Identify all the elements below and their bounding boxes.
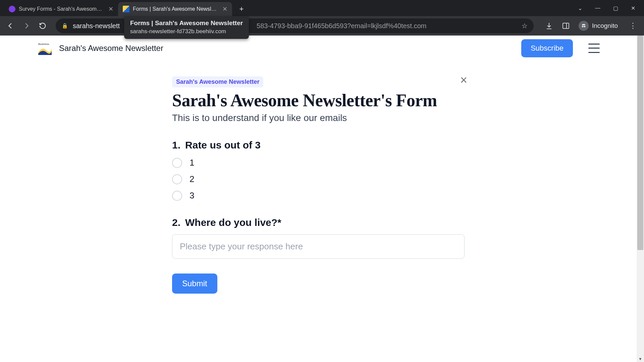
tab-forms-newsletter[interactable]: Forms | Sarah's Awesome Newsl… ✕ [118,2,232,16]
tooltip-title: Forms | Sarah's Awesome Newsletter [130,19,243,27]
radio-icon[interactable] [172,174,182,184]
radio-icon[interactable] [172,191,182,201]
submit-button[interactable]: Submit [172,274,217,294]
response-input[interactable] [172,234,465,259]
downloads-icon[interactable] [545,22,553,30]
url-path: 583-4793-bba9-91f465b6d593?email=lkjlsdf… [257,22,426,30]
question-2: 2. Where do you live?* [172,217,465,259]
option-3[interactable]: 3 [172,190,465,201]
close-window-icon[interactable]: ✕ [631,5,635,11]
scroll-down-icon[interactable]: ▼ [637,357,644,361]
browser-titlebar: Survey Forms - Sarah's Awesom… ✕ Forms |… [0,0,644,16]
survey-form: × Sarah's Awesome Newsletter Sarah's Awe… [171,76,466,294]
back-button[interactable] [5,20,16,32]
browser-toolbar: 🔒 sarahs-newslett 583-4793-bba9-91f465b6… [0,16,644,36]
favicon-icon [123,6,129,12]
incognito-label: Incognito [592,22,618,29]
close-tab-icon[interactable]: ✕ [108,5,113,13]
new-tab-button[interactable]: + [235,3,248,15]
question-text: Rate us out of 3 [185,139,261,151]
url-host: sarahs-newslett [73,22,120,30]
site-header: Business Sarah's Awesome Newsletter Subs… [0,36,637,61]
page-content: Business Sarah's Awesome Newsletter Subs… [0,36,637,362]
reload-button[interactable] [37,20,48,32]
favicon-icon [9,6,15,12]
svg-text:Business: Business [38,43,49,46]
tab-survey-forms[interactable]: Survey Forms - Sarah's Awesom… ✕ [4,2,118,16]
incognito-indicator[interactable]: Incognito [579,21,618,31]
menu-icon[interactable] [588,44,600,53]
option-label: 2 [190,174,194,184]
option-label: 3 [190,190,194,201]
subscribe-button[interactable]: Subscribe [521,39,573,57]
tab-search-icon[interactable]: ⌄ [578,5,582,11]
window-controls: ⌄ ― ▢ ✕ [578,0,644,16]
svg-rect-0 [563,23,569,28]
question-number: 2. [172,217,180,228]
svg-point-2 [584,26,586,27]
side-panel-icon[interactable] [562,22,570,30]
option-2[interactable]: 2 [172,174,465,184]
option-1[interactable]: 1 [172,158,465,168]
site-title[interactable]: Sarah's Awesome Newsletter [59,44,163,53]
close-tab-icon[interactable]: ✕ [222,5,227,13]
minimize-icon[interactable]: ― [595,5,600,11]
site-logo-icon[interactable]: Business [37,40,53,56]
svg-point-1 [582,26,584,27]
browser-menu-icon[interactable]: ⋮ [627,21,639,30]
vertical-scrollbar[interactable]: ▲ ▼ [637,36,644,362]
question-1: 1. Rate us out of 3 1 2 3 [172,139,465,201]
scrollbar-thumb[interactable] [637,36,643,250]
incognito-icon [579,21,589,31]
forward-button[interactable] [21,20,32,32]
tab-hover-tooltip: Forms | Sarah's Awesome Newsletter sarah… [124,16,249,39]
option-label: 1 [190,158,194,168]
tooltip-url: sarahs-newsletter-fd732b.beehiiv.com [130,28,243,35]
question-text: Where do you live?* [185,217,281,228]
maximize-icon[interactable]: ▢ [613,5,618,11]
question-number: 1. [172,139,180,151]
bookmark-star-icon[interactable]: ☆ [522,22,528,30]
form-badge[interactable]: Sarah's Awesome Newsletter [172,76,263,87]
radio-icon[interactable] [172,158,182,168]
form-subtitle: This is to understand if you like our em… [172,113,465,123]
tab-strip: Survey Forms - Sarah's Awesom… ✕ Forms |… [0,0,248,16]
lock-icon[interactable]: 🔒 [62,23,68,29]
tab-title: Survey Forms - Sarah's Awesom… [19,6,103,12]
close-form-icon[interactable]: × [460,73,467,87]
tab-title: Forms | Sarah's Awesome Newsl… [133,6,217,12]
form-title: Sarah's Awesome Newsletter's Form [172,91,465,110]
